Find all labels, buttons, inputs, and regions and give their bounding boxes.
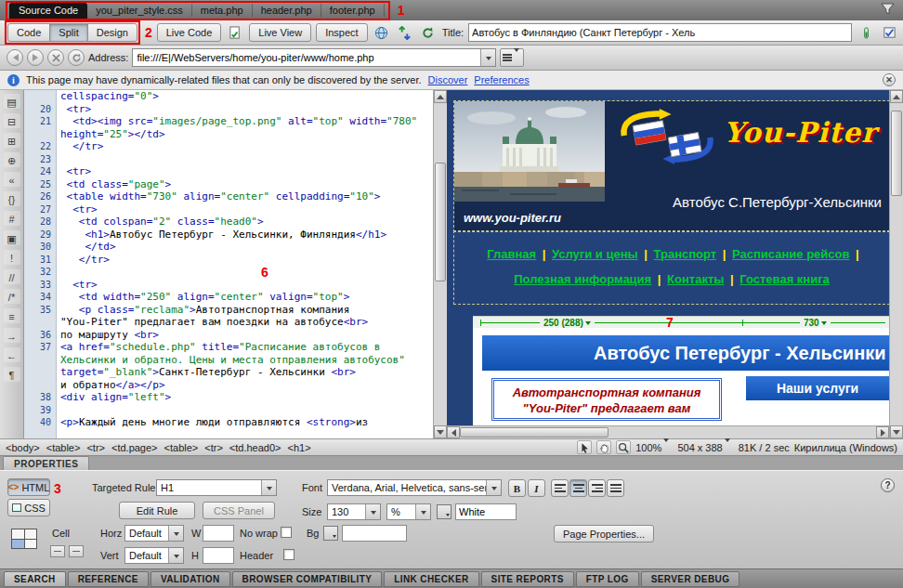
wrap-tag-icon[interactable]: ≡ bbox=[4, 308, 20, 323]
live-code-button[interactable]: Live Code bbox=[157, 23, 222, 42]
reclama-text[interactable]: Автотранспортная компания "You-Piter" пр… bbox=[491, 378, 722, 421]
code-line[interactable]: target="_blank">Санкт-Петербург - Хельси… bbox=[24, 366, 433, 379]
design-scroll-down-icon[interactable] bbox=[890, 425, 903, 438]
syntax-error-alerts-icon[interactable]: ! bbox=[4, 250, 20, 265]
design-scroll-up-icon[interactable] bbox=[890, 90, 903, 103]
no-wrap-checkbox[interactable] bbox=[281, 527, 292, 538]
help-icon[interactable]: ? bbox=[881, 478, 895, 492]
code-line[interactable]: 40<p>Каждый день многие люди отправляютс… bbox=[24, 416, 433, 429]
view-options-button[interactable] bbox=[500, 48, 524, 67]
discover-link[interactable]: Discover bbox=[428, 74, 468, 85]
nav-link[interactable]: Гостевая книга bbox=[739, 272, 830, 286]
code-line[interactable]: 33 <tr> bbox=[24, 279, 433, 292]
code-line[interactable]: 21 <td><img src="images/page_top.png" al… bbox=[24, 115, 433, 128]
css-panel-button[interactable]: CSS Panel bbox=[203, 502, 275, 519]
nav-link[interactable]: Главная bbox=[487, 247, 536, 261]
window-size-select[interactable]: 504 x 388 bbox=[677, 440, 733, 455]
stop-icon[interactable] bbox=[47, 49, 64, 66]
css-mode-button[interactable]: CSS bbox=[7, 499, 50, 516]
design-horizontal-scrollbar[interactable] bbox=[447, 425, 889, 438]
text-color-swatch[interactable] bbox=[437, 504, 452, 519]
select-tool-icon[interactable] bbox=[577, 440, 592, 454]
nav-link[interactable]: Полезная информация bbox=[514, 272, 651, 286]
code-line[interactable]: 29 <h1>Автобус Петербург - Хельсинки, Фи… bbox=[24, 229, 433, 242]
code-line[interactable]: 23 bbox=[24, 153, 433, 166]
check-browser-compatibility-icon[interactable] bbox=[226, 23, 244, 42]
preview-in-browser-icon[interactable] bbox=[373, 23, 391, 42]
tag-selector-item[interactable]: <body> bbox=[6, 442, 40, 453]
remove-comment-icon[interactable]: /* bbox=[4, 289, 20, 304]
nav-link[interactable]: Контакты bbox=[667, 272, 724, 286]
code-line[interactable]: 25 <td class="page"> bbox=[24, 178, 433, 191]
balance-braces-icon[interactable]: {} bbox=[4, 191, 20, 206]
code-line[interactable]: "You-Piter" предлагает вам поездки на ав… bbox=[24, 316, 433, 329]
tag-selector-item[interactable]: <td.page> bbox=[111, 442, 158, 453]
code-line[interactable]: 37<a href="schedule.php" title="Расписан… bbox=[24, 341, 433, 354]
back-icon[interactable] bbox=[7, 49, 23, 66]
refresh-icon[interactable] bbox=[68, 49, 85, 66]
scroll-right-icon[interactable] bbox=[876, 426, 889, 438]
code-view-button[interactable]: Code bbox=[7, 23, 50, 42]
size-unit-select[interactable]: % bbox=[386, 503, 431, 520]
design-view-button[interactable]: Design bbox=[87, 23, 137, 42]
line-numbers-icon[interactable]: # bbox=[4, 211, 20, 226]
page-title-bar[interactable]: Автобус Петербург - Хельсинки bbox=[482, 335, 889, 371]
code-editor[interactable]: cellspacing="0">20 <tr>21 <td><img src="… bbox=[24, 90, 433, 438]
text-color-field[interactable] bbox=[455, 503, 517, 520]
inspect-button[interactable]: Inspect bbox=[316, 23, 367, 42]
bold-button[interactable]: B bbox=[508, 479, 526, 497]
filter-related-files-icon[interactable] bbox=[881, 3, 897, 18]
tag-selector-item[interactable]: <h1> bbox=[288, 442, 311, 453]
design-view[interactable]: You-Piter Автобус С.Петербург-Хельсинки … bbox=[447, 90, 889, 438]
refresh-design-view-icon[interactable] bbox=[419, 23, 438, 42]
apply-comment-icon[interactable]: // bbox=[4, 269, 20, 284]
code-line[interactable]: 31 </tr> bbox=[24, 254, 433, 267]
merge-cells-icon[interactable] bbox=[50, 545, 65, 557]
select-parent-tag-icon[interactable]: « bbox=[4, 172, 20, 187]
file-management-icon[interactable] bbox=[396, 23, 414, 42]
indent-code-icon[interactable]: → bbox=[4, 328, 20, 343]
nav-link[interactable]: Расписание рейсов bbox=[732, 247, 849, 261]
code-line[interactable]: 38<div align="left"> bbox=[24, 391, 433, 404]
panel-tab-browser-compatibility[interactable]: BROWSER COMPATIBILITY bbox=[232, 571, 383, 587]
panel-tab-search[interactable]: SEARCH bbox=[4, 571, 66, 587]
code-line[interactable]: 36по маршруту <br> bbox=[24, 329, 433, 342]
code-line[interactable]: и обратно</a></p> bbox=[24, 379, 433, 392]
preferences-link[interactable]: Preferences bbox=[474, 74, 529, 85]
panel-tab-link-checker[interactable]: LINK CHECKER bbox=[384, 571, 478, 587]
code-line[interactable]: Хельсинки и обратно. Цены и места отправ… bbox=[24, 354, 433, 367]
outdent-code-icon[interactable]: ← bbox=[4, 347, 20, 362]
panel-tab-ftp-log[interactable]: FTP LOG bbox=[576, 571, 639, 587]
nav-link[interactable]: Транспорт bbox=[654, 247, 717, 261]
table-width-markers[interactable]: 250 (288) 730 bbox=[473, 316, 889, 328]
w3c-validation-icon[interactable] bbox=[880, 23, 898, 42]
tab-properties[interactable]: PROPERTIES bbox=[3, 456, 89, 470]
tag-selector-item[interactable]: <tr> bbox=[204, 442, 223, 453]
code-line[interactable]: cellspacing="0"> bbox=[24, 90, 433, 103]
code-line[interactable]: 26 <table width="730" align="center" cel… bbox=[24, 190, 433, 203]
bg-color-field[interactable] bbox=[342, 525, 407, 542]
site-banner[interactable]: You-Piter Автобус С.Петербург-Хельсинки … bbox=[454, 101, 889, 231]
horz-select[interactable]: Default bbox=[124, 525, 184, 542]
code-line[interactable]: 30 </td> bbox=[24, 241, 433, 254]
html-mode-button[interactable]: <> HTML bbox=[7, 478, 50, 496]
align-left-button[interactable] bbox=[551, 479, 569, 497]
document-title-input[interactable] bbox=[468, 23, 852, 42]
collapse-selection-icon[interactable]: ⊞ bbox=[4, 133, 20, 148]
code-scroll-down-icon[interactable] bbox=[434, 425, 447, 438]
tag-selector-item[interactable]: <td.head0> bbox=[229, 442, 281, 453]
width-field[interactable] bbox=[203, 525, 234, 542]
header-checkbox[interactable] bbox=[283, 549, 294, 560]
height-field[interactable] bbox=[203, 547, 234, 564]
size-select[interactable]: 130 bbox=[327, 503, 381, 520]
collapse-full-tag-icon[interactable]: ⊟ bbox=[4, 113, 20, 128]
services-header[interactable]: Наши услуги bbox=[746, 376, 889, 400]
tag-selector-item[interactable]: <table> bbox=[164, 442, 199, 453]
source-code-tab[interactable]: Source Code bbox=[9, 3, 87, 19]
code-line[interactable]: 28 <td colspan="2" class="head0"> bbox=[24, 216, 433, 229]
code-line[interactable]: 35 <p class="reclama">Автотранспортная к… bbox=[24, 304, 433, 317]
panel-tab-validation[interactable]: VALIDATION bbox=[150, 571, 230, 587]
align-justify-button[interactable] bbox=[607, 479, 624, 497]
forward-icon[interactable] bbox=[27, 49, 44, 66]
code-line[interactable]: 27 <tr> bbox=[24, 203, 433, 216]
